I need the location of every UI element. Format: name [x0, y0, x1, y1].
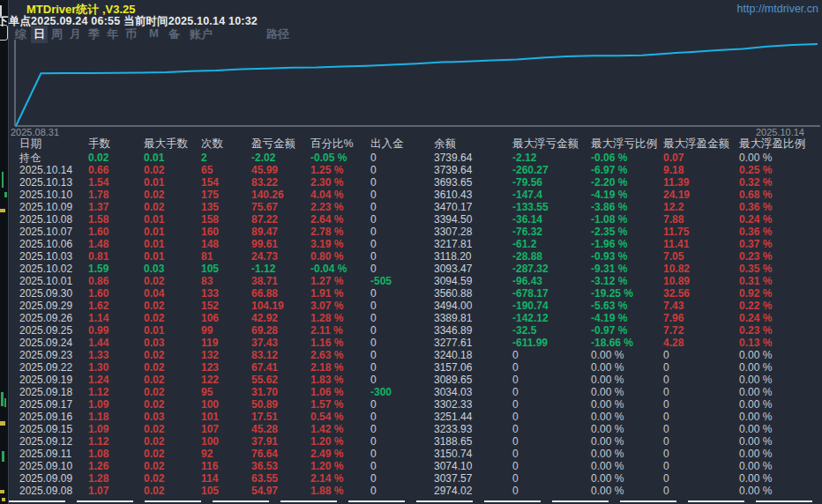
- candle-mark: [4, 192, 7, 197]
- tab-daily[interactable]: 日: [31, 26, 48, 43]
- tab-backup[interactable]: 备: [166, 26, 183, 43]
- table-row[interactable]: 2025.09.121.120.0210037.911.20 %03188.65…: [9, 435, 822, 448]
- cell-百分比%: 2.30 %: [310, 176, 343, 189]
- table-row[interactable]: 2025.09.291.620.02152104.193.07 %03494.0…: [9, 300, 822, 312]
- tab-weekly[interactable]: 周: [49, 26, 65, 43]
- cell-盈亏金额: 45.28: [251, 423, 278, 435]
- cell-最大浮亏金额: -2.12: [512, 152, 536, 164]
- vendor-url-link[interactable]: http://mtdriver.cn: [737, 3, 818, 15]
- table-row[interactable]: 2025.10.081.580.0115887.222.64 %03394.50…: [9, 213, 822, 226]
- cell-出入金: 0: [370, 448, 377, 460]
- cell-手数: 1.12: [88, 435, 108, 448]
- cell-次数: 123: [201, 361, 219, 374]
- table-row[interactable]: 2025.10.030.810.018124.730.80 %03118.20-…: [9, 250, 822, 263]
- cell-次数: 83: [201, 275, 213, 287]
- tab-yearly[interactable]: 年: [104, 26, 121, 43]
- table-header-row: 日期手数最大手数次数盈亏金额百分比%出入金余额最大浮亏金额最大浮亏比例最大浮盈金…: [9, 137, 822, 152]
- cell-百分比%: 2.78 %: [310, 226, 343, 238]
- cell-余额: 3089.65: [434, 374, 472, 386]
- cell-出入金: 0: [370, 238, 377, 250]
- table-row[interactable]: 2025.10.071.600.0116089.472.78 %03307.28…: [9, 226, 822, 238]
- cell-次数: 148: [201, 238, 219, 250]
- candle-mark: [2, 498, 5, 501]
- cell-最大手数: 0.02: [144, 435, 164, 448]
- table-row[interactable]: 2025.09.221.300.0212367.412.18 %03157.06…: [9, 361, 822, 374]
- cell-最大浮亏比例: -5.63 %: [591, 300, 627, 312]
- table-row[interactable]: 2025.09.231.330.0213283.122.63 %03240.18…: [9, 349, 822, 361]
- cell-最大浮盈金额: 10.89: [663, 275, 690, 287]
- table-body: 持仓0.020.012-2.02-0.05 %03739.64-2.12-0.0…: [9, 152, 822, 504]
- table-row[interactable]: 2025.10.140.660.026545.991.25 %03739.64-…: [9, 164, 822, 176]
- table-row[interactable]: 2025.10.091.370.0213575.672.23 %03470.17…: [9, 201, 822, 213]
- cell-最大浮亏比例: -3.12 %: [591, 275, 627, 287]
- cell-最大浮盈金额: 7.96: [663, 312, 684, 324]
- cell-最大手数: 0.01: [144, 250, 164, 263]
- column-header-10: 最大浮盈金额: [663, 137, 729, 151]
- chart-end-date-label: 2025.10.14: [756, 127, 804, 137]
- table-row[interactable]: 2025.10.021.590.03105-1.12-0.04 %03093.4…: [9, 263, 822, 275]
- table-row[interactable]: 2025.09.191.240.0212255.621.83 %03089.65…: [9, 374, 822, 386]
- table-row[interactable]: 2025.09.171.090.0210050.891.57 %03302.33…: [9, 398, 822, 411]
- tab-summary[interactable]: 综: [12, 26, 29, 43]
- cell-出入金: 0: [370, 423, 377, 435]
- table-row[interactable]: 2025.09.250.990.019969.282.11 %03346.89-…: [9, 324, 822, 337]
- table-row[interactable]: 2025.09.101.260.0211636.531.20 %03074.10…: [9, 460, 822, 472]
- cell-最大浮亏比例: -4.19 %: [591, 312, 627, 324]
- cell-百分比%: 1.20 %: [310, 460, 343, 472]
- cell-最大浮盈金额: 11.41: [663, 238, 689, 250]
- cell-次数: 119: [201, 337, 218, 349]
- cell-手数: 1.48: [88, 238, 108, 250]
- cell-次数: 106: [201, 312, 219, 324]
- tab-account[interactable]: 账户: [187, 26, 215, 43]
- table-row[interactable]: 2025.09.111.080.029276.642.49 %03150.740…: [9, 448, 822, 460]
- cell-出入金: 0: [370, 189, 377, 201]
- table-row[interactable]: 2025.09.161.180.0310117.510.54 %03251.44…: [9, 411, 822, 423]
- table-row[interactable]: 2025.09.091.280.0211463.552.14 %03037.57…: [9, 472, 822, 485]
- tab-quarterly[interactable]: 季: [86, 26, 102, 43]
- cell-百分比%: 1.88 %: [310, 485, 343, 497]
- cell-最大浮盈比例: 0.00 %: [739, 386, 772, 398]
- cell-最大浮亏比例: 0.00 %: [591, 398, 624, 411]
- table-row[interactable]: 2025.09.261.140.0210642.921.28 %03389.81…: [9, 312, 822, 324]
- cell-最大浮盈金额: 7.72: [663, 324, 684, 337]
- table-row[interactable]: 2025.10.131.540.0115483.222.30 %03693.65…: [9, 176, 822, 189]
- table-row[interactable]: 2025.09.241.440.0311937.431.16 %03277.61…: [9, 337, 822, 349]
- cell-最大浮亏金额: 0: [512, 472, 519, 485]
- cell-日期: 2025.09.08: [19, 485, 72, 497]
- tab-path[interactable]: 路径: [264, 26, 292, 43]
- cell-最大浮盈金额: 11.39: [663, 176, 689, 189]
- cell-最大手数: 0.02: [144, 398, 164, 411]
- tab-monthly[interactable]: 月: [67, 26, 84, 43]
- table-row[interactable]: 2025.09.151.090.0210745.281.42 %03233.93…: [9, 423, 822, 435]
- cell-出入金: 0: [370, 164, 377, 176]
- cell-次数: 154: [201, 176, 219, 189]
- cell-最大浮亏金额: 0: [512, 374, 519, 386]
- cell-盈亏金额: 36.53: [251, 460, 278, 472]
- tab-m[interactable]: M: [146, 26, 161, 41]
- table-row[interactable]: 2025.10.010.860.028338.711.27 %-5053094.…: [9, 275, 822, 287]
- cell-最大浮亏金额: 0: [512, 398, 519, 411]
- cell-百分比%: 2.49 %: [310, 448, 343, 460]
- candle-mark: [0, 490, 4, 493]
- table-row[interactable]: 2025.09.181.120.029531.701.06 %-3003034.…: [9, 386, 822, 398]
- cell-最大浮盈金额: 24.19: [663, 189, 690, 201]
- table-row[interactable]: 2025.09.301.600.0413366.881.91 %03560.88…: [9, 287, 822, 300]
- open-position-row[interactable]: 持仓0.020.012-2.02-0.05 %03739.64-2.12-0.0…: [9, 152, 822, 164]
- column-header-9: 最大浮亏比例: [591, 137, 657, 151]
- cell-最大浮盈金额: 9.18: [663, 164, 684, 176]
- table-row[interactable]: 2025.10.101.780.02175140.264.04 %03610.4…: [9, 189, 822, 201]
- cell-最大浮盈金额: 7.88: [663, 213, 684, 226]
- cell-日期: 2025.10.14: [19, 164, 72, 176]
- tab-currency[interactable]: 币: [123, 26, 139, 43]
- cell-日期: 2025.10.09: [19, 201, 72, 213]
- cell-日期: 2025.09.30: [19, 287, 72, 300]
- table-row[interactable]: 2025.10.061.480.0114899.613.19 %03217.81…: [9, 238, 822, 250]
- cell-出入金: 0: [370, 263, 377, 275]
- cell-最大浮盈比例: 0.31 %: [739, 275, 772, 287]
- cell-日期: 2025.10.06: [19, 238, 72, 250]
- cell-盈亏金额: 17.51: [251, 411, 278, 423]
- cell-最大浮盈金额: 0: [663, 361, 669, 374]
- table-row[interactable]: 2025.09.081.070.0210554.971.88 %02974.02…: [9, 485, 822, 497]
- cell-最大浮盈金额: 0.07: [663, 152, 684, 164]
- cell-百分比%: 1.06 %: [310, 386, 343, 398]
